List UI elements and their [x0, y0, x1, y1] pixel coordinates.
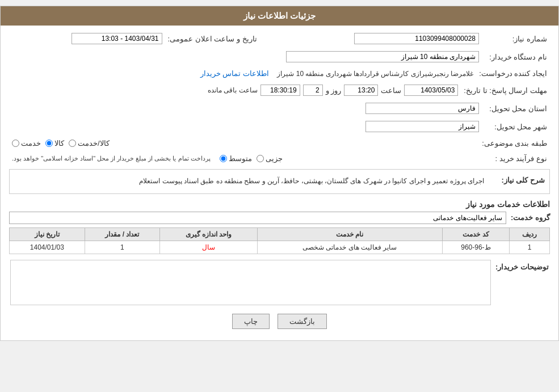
process-cell: جزیی متوسط پرداخت تمام یا بخشی از مبلغ خ… [9, 153, 482, 165]
deadline-date-input[interactable] [404, 85, 458, 96]
services-section-title: اطلاعات خدمات مورد نیاز [9, 200, 550, 209]
form-table-row6: شهر محل تحویل: [9, 119, 550, 134]
org-name-input[interactable] [286, 51, 479, 62]
creator-label: ایجاد کننده درخواست: [476, 68, 550, 79]
province-label: استان محل تحویل: [482, 101, 550, 116]
process-radio-medium[interactable] [220, 155, 227, 162]
buyer-notes-textarea[interactable] [10, 260, 491, 305]
col-header-code: کد خدمت [442, 227, 510, 241]
need-number-cell [271, 31, 482, 46]
category-radio-service[interactable] [12, 140, 19, 147]
date-input[interactable] [72, 33, 162, 44]
deadline-time-label: ساعت [381, 86, 401, 95]
deadline-label: مهلت ارسال پاسخ: تا تاریخ: [461, 83, 550, 98]
city-input[interactable] [365, 121, 479, 132]
category-option-service[interactable]: خدمت [12, 139, 41, 147]
print-button[interactable]: چاپ [232, 314, 270, 329]
contact-link[interactable]: اطلاعات تماس خریدار [200, 69, 269, 78]
deadline-remaining-label: ساعت باقی مانده [208, 86, 258, 94]
category-service-label: خدمت [21, 139, 41, 147]
category-both-label: کالا/خدمت [78, 139, 110, 147]
form-table-row3: ایجاد کننده درخواست: غلامرضا رنجبرشیرازی… [9, 68, 550, 79]
process-radio-partial[interactable] [257, 155, 264, 162]
buyer-notes-section: توضیحات خریدار: [9, 259, 550, 308]
cell-date: 1404/01/03 [10, 241, 85, 254]
page-wrapper: جزئیات اطلاعات نیاز شماره نیاز: تاریخ و … [0, 6, 559, 341]
buyer-notes-label: توضیحات خریدار: [492, 260, 549, 307]
deadline-days-label: روز و [326, 86, 342, 95]
deadline-days-input[interactable] [303, 85, 323, 96]
form-table-row4: مهلت ارسال پاسخ: تا تاریخ: ساعت روز و سا… [9, 83, 550, 98]
page-header: جزئیات اطلاعات نیاز [1, 6, 558, 26]
category-radio-goods[interactable] [45, 140, 53, 147]
form-table-row5: استان محل تحویل: [9, 101, 550, 116]
need-number-input[interactable] [354, 33, 479, 44]
process-label: نوع فرآیند خرید : [482, 153, 550, 165]
process-option-partial[interactable]: جزیی [257, 154, 283, 163]
date-cell [9, 31, 165, 46]
process-note: پرداخت تمام یا بخشی از مبلغ خریدار از مح… [12, 155, 211, 162]
deadline-time-input[interactable] [344, 85, 378, 96]
service-group-row: گروه خدمت: [9, 212, 550, 224]
process-medium-label: متوسط [229, 154, 252, 163]
org-name-label: نام دستگاه خریدار: [482, 49, 550, 64]
need-number-label: شماره نیاز: [482, 31, 550, 46]
buyer-notes-cell [10, 260, 491, 307]
content-area: شماره نیاز: تاریخ و ساعت اعلان عمومی: نا… [1, 26, 558, 340]
creator-cell: غلامرضا رنجبرشیرازی کارشناس قراردادها شه… [9, 68, 476, 79]
col-header-row: ردیف [510, 227, 550, 241]
col-header-unit: واحد اندازه گیری [160, 227, 258, 241]
col-header-name: نام خدمت [258, 227, 443, 241]
category-label: طبقه بندی موضوعی: [479, 137, 550, 149]
process-partial-label: جزیی [266, 154, 283, 163]
form-table-row2: نام دستگاه خریدار: [9, 49, 550, 64]
process-option-medium[interactable]: متوسط [220, 154, 252, 163]
buttons-row: بازگشت چاپ [9, 314, 550, 329]
col-header-date: تاریخ نیاز [10, 227, 85, 241]
org-name-cell [9, 49, 482, 64]
creator-value: غلامرضا رنجبرشیرازی کارشناس قراردادها شه… [277, 70, 473, 78]
description-box: شرح کلی نیاز: اجرای پروژه تعمیر و اجرای … [9, 169, 550, 194]
back-button[interactable]: بازگشت [278, 314, 327, 329]
col-header-qty: تعداد / مقدار [85, 227, 160, 241]
notes-table: توضیحات خریدار: [9, 259, 550, 308]
category-radio-both[interactable] [69, 140, 76, 147]
city-cell [9, 119, 482, 134]
cell-row: 1 [510, 241, 550, 254]
description-cell: اجرای پروژه تعمیر و اجرای کانیوا در شهرک… [14, 174, 487, 189]
description-label: شرح کلی نیاز: [488, 174, 545, 189]
cell-code: 960-96-ط [442, 241, 510, 254]
cell-qty: 1 [85, 241, 160, 254]
category-cell: خدمت کالا کالا/خدمت [9, 137, 479, 149]
province-input[interactable] [365, 103, 479, 114]
deadline-remaining-input[interactable] [260, 85, 300, 96]
province-cell [9, 101, 482, 116]
date-label: تاریخ و ساعت اعلان عمومی: [165, 31, 260, 46]
deadline-cell: ساعت روز و ساعت باقی مانده [9, 83, 461, 98]
desc-table: شرح کلی نیاز: اجرای پروژه تعمیر و اجرای … [13, 173, 546, 190]
category-goods-label: کالا [54, 139, 64, 147]
cell-name: سایر فعالیت های خدماتی شخصی [258, 241, 443, 254]
category-option-both[interactable]: کالا/خدمت [69, 139, 110, 147]
city-label: شهر محل تحویل: [482, 119, 550, 134]
table-row: 1 960-96-ط سایر فعالیت های خدماتی شخصی س… [10, 241, 550, 254]
service-group-label: گروه خدمت: [511, 213, 550, 222]
form-table-row7: طبقه بندی موضوعی: خدمت کالا کالا/خدمت [9, 137, 550, 149]
cell-unit: سال [160, 241, 258, 254]
form-table-row8: نوع فرآیند خرید : جزیی متوسط پرداخت تمام… [9, 153, 550, 165]
header-title: جزئیات اطلاعات نیاز [243, 11, 316, 20]
services-table: ردیف کد خدمت نام خدمت واحد اندازه گیری ت… [9, 227, 550, 254]
category-option-goods[interactable]: کالا [45, 139, 64, 147]
service-group-input[interactable] [9, 212, 506, 224]
description-text: اجرای پروژه تعمیر و اجرای کانیوا در شهرک… [14, 174, 487, 189]
form-table-row1: شماره نیاز: تاریخ و ساعت اعلان عمومی: [9, 31, 550, 46]
